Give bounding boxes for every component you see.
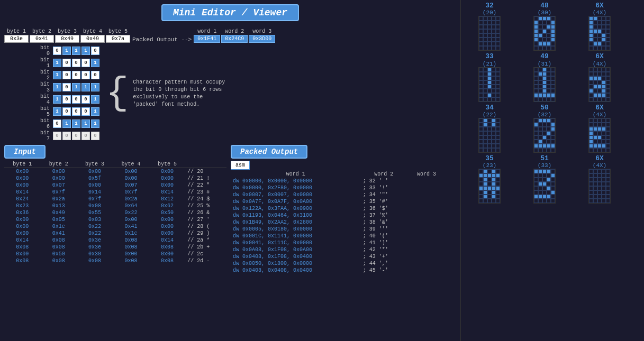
byte-label-1: byte 1 — [4, 29, 29, 34]
input-cell: 0x14 — [149, 237, 185, 244]
cg-cell — [597, 118, 602, 123]
input-cell: 0x08 — [113, 257, 149, 264]
cg-cell — [593, 68, 597, 72]
cg-cell — [483, 46, 487, 50]
bit-row-label-1: bit 1 — [36, 57, 52, 69]
char-paren-label: (21) — [483, 61, 496, 67]
byte-val-2: 0x41 — [30, 35, 54, 43]
char-preview-2-2: 6X(4X) — [573, 104, 626, 153]
cg-cell — [487, 173, 492, 178]
cg-cell — [538, 76, 542, 80]
byte-label-5: byte 5 — [106, 29, 130, 34]
bit-cell-4-1: 0 — [62, 95, 71, 104]
cg-cell — [593, 76, 597, 80]
cg-cell — [492, 42, 496, 46]
cg-cell — [593, 190, 597, 195]
output-row: dw 0x1193, 0x0464, 0x3100; 37 '%' — [231, 212, 456, 219]
cg-cell — [479, 148, 483, 152]
input-cell: 0x23 — [4, 202, 40, 209]
cg-cell — [538, 29, 542, 33]
cg-cell — [479, 135, 483, 140]
cg-cell — [479, 46, 483, 50]
cg-cell — [479, 127, 483, 131]
input-cell: 0x55 — [77, 209, 113, 216]
input-cell: // 2c — [185, 251, 226, 257]
cg-cell — [542, 38, 547, 42]
cg-cell — [538, 21, 542, 25]
cg-cell — [483, 68, 487, 72]
cg-cell — [551, 93, 555, 97]
cg-cell — [496, 123, 500, 127]
cg-cell — [547, 135, 551, 140]
char-preview-1-1: 49(31) — [518, 53, 571, 102]
cg-cell — [492, 195, 496, 199]
input-cell: 0x00 — [113, 175, 149, 182]
title-box: Mini Editor / Viewer — [161, 4, 299, 21]
input-cell: // 2a * — [185, 237, 226, 244]
cg-cell — [602, 33, 606, 38]
cg-cell — [483, 21, 487, 25]
cg-cell — [487, 16, 492, 21]
cg-cell — [593, 89, 597, 93]
output-panel: Packed Output asm word 1word 2word 3 dw … — [231, 145, 456, 337]
cg-cell — [593, 33, 597, 38]
output-dw-cell: dw 0x0041, 0x111C, 0x0000 — [231, 239, 361, 246]
cg-cell — [606, 25, 610, 29]
input-cell: 0x00 — [4, 216, 40, 223]
cg-cell — [606, 195, 610, 199]
cg-cell — [593, 93, 597, 97]
byte-value-row: 0x3e 0x41 0x49 0x49 0x7a — [4, 35, 130, 43]
cg-cell — [593, 25, 597, 29]
cg-cell — [542, 97, 547, 102]
char-num-label: 32 — [485, 2, 494, 10]
cg-cell — [542, 135, 547, 140]
cg-cell — [593, 186, 597, 190]
char-paren-label: (31) — [538, 61, 551, 67]
cg-cell — [496, 25, 500, 29]
bit-row-label-6: bit 6 — [36, 118, 52, 130]
cg-cell — [593, 135, 597, 140]
word-val-2: 0x24C9 — [221, 35, 248, 43]
bit-cell-6-3: 1 — [81, 119, 90, 128]
cg-cell — [483, 190, 487, 195]
cg-cell — [593, 173, 597, 178]
cg-cell — [538, 144, 542, 148]
cg-cell — [479, 29, 483, 33]
char-pixel-grid — [533, 67, 556, 102]
cg-cell — [538, 190, 542, 195]
cg-cell — [483, 42, 487, 46]
char-pixel-grid — [588, 118, 611, 153]
cg-cell — [538, 186, 542, 190]
char-paren-label: (20) — [483, 10, 496, 16]
cg-cell — [538, 127, 542, 131]
cg-cell — [551, 29, 555, 33]
char-paren-label: (23) — [483, 162, 496, 169]
cg-cell — [496, 195, 500, 199]
input-table-scroll[interactable]: byte 1byte 2byte 3byte 4byte 5 0x000x000… — [4, 161, 226, 337]
input-cell: // 21 ! — [185, 175, 226, 182]
input-cell: 0x22 — [77, 223, 113, 230]
bit-cell-0-1: 1 — [62, 47, 71, 55]
cg-cell — [496, 76, 500, 80]
cg-cell — [597, 178, 602, 182]
bit-grid: bit 001110bit 110001bit 210000bit 310111… — [36, 45, 99, 142]
cg-cell — [547, 118, 551, 123]
output-comment-cell: ; 37 '%' — [361, 212, 407, 219]
input-cell: 0x05 — [40, 216, 76, 223]
cg-cell — [547, 21, 551, 25]
cg-cell — [597, 140, 602, 144]
cg-cell — [538, 131, 542, 135]
output-table-scroll[interactable]: word 1word 2word 3 dw 0x0000, 0x0000, 0x… — [231, 171, 456, 337]
cg-cell — [593, 140, 597, 144]
cg-cell — [593, 182, 597, 186]
input-label: Input — [14, 148, 36, 156]
byte-val-4: 0x49 — [80, 35, 105, 43]
tab-asm[interactable]: asm — [231, 161, 250, 170]
cg-cell — [534, 93, 538, 97]
word-label-3: word 3 — [249, 29, 275, 34]
cg-cell — [487, 144, 492, 148]
cg-cell — [602, 16, 606, 21]
cg-cell — [492, 178, 496, 182]
cg-cell — [602, 199, 606, 203]
cg-cell — [483, 80, 487, 85]
